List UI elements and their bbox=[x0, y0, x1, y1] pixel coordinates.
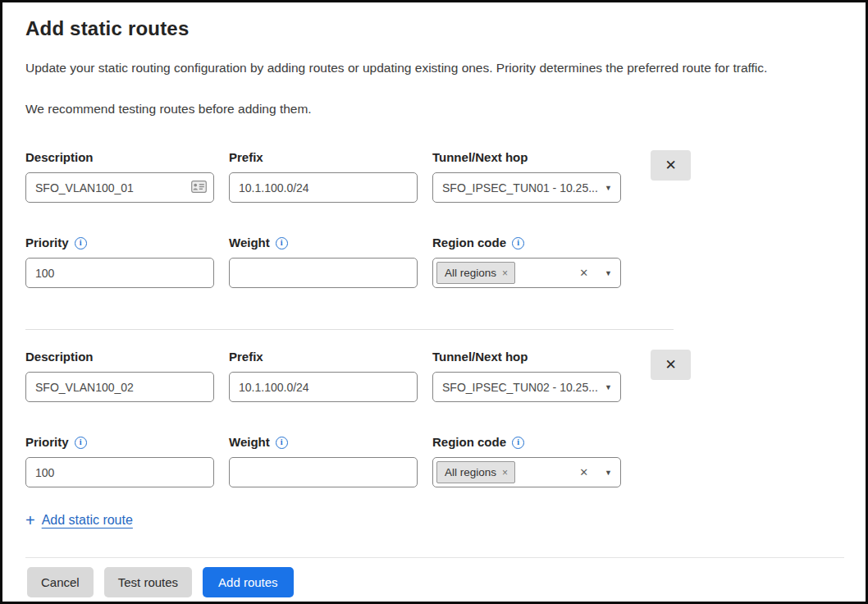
weight-input[interactable] bbox=[229, 258, 418, 288]
info-icon[interactable]: i bbox=[276, 437, 288, 449]
add-routes-button[interactable]: Add routes bbox=[203, 567, 294, 597]
chevron-down-icon: ▼ bbox=[605, 469, 612, 477]
region-chip-label: All regions bbox=[445, 466, 496, 478]
priority-field-group: Priority i bbox=[25, 435, 214, 487]
priority-field-group: Priority i bbox=[25, 236, 214, 288]
dialog-intro-text: Update your static routing configuration… bbox=[25, 60, 844, 76]
prefix-field-group: Prefix bbox=[229, 350, 418, 402]
region-code-label: Region code bbox=[432, 236, 506, 250]
close-icon: ✕ bbox=[665, 157, 676, 174]
description-field-group: Description bbox=[25, 150, 214, 203]
tunnel-label: Tunnel/Next hop bbox=[432, 350, 621, 364]
tunnel-selected-value: SFO_IPSEC_TUN02 - 10.25... bbox=[442, 381, 598, 394]
info-icon[interactable]: i bbox=[75, 237, 87, 249]
route-row-1: Description bbox=[25, 150, 844, 288]
region-code-label: Region code bbox=[432, 435, 506, 450]
tunnel-select[interactable]: SFO_IPSEC_TUN01 - 10.25... ▼ bbox=[432, 172, 621, 203]
info-icon[interactable]: i bbox=[75, 437, 87, 449]
route-divider bbox=[25, 329, 674, 330]
tunnel-label: Tunnel/Next hop bbox=[432, 150, 621, 165]
footer-actions: Cancel Test routes Add routes bbox=[27, 567, 866, 597]
description-field-group: Description bbox=[25, 350, 214, 402]
prefix-input[interactable] bbox=[229, 172, 418, 203]
tunnel-selected-value: SFO_IPSEC_TUN01 - 10.25... bbox=[442, 181, 598, 194]
footer-divider bbox=[25, 557, 844, 558]
tunnel-select[interactable]: SFO_IPSEC_TUN02 - 10.25... ▼ bbox=[432, 372, 621, 402]
remove-route-button[interactable]: ✕ bbox=[651, 350, 691, 380]
info-icon[interactable]: i bbox=[512, 437, 524, 449]
remove-route-button[interactable]: ✕ bbox=[651, 150, 691, 181]
dialog-note-text: We recommend testing routes before addin… bbox=[25, 101, 844, 117]
info-icon[interactable]: i bbox=[276, 237, 288, 249]
region-field-group: Region code i All regions × ✕ ▼ bbox=[432, 236, 621, 288]
priority-input[interactable] bbox=[25, 258, 214, 288]
add-static-route-link[interactable]: Add static route bbox=[42, 513, 133, 528]
prefix-label: Prefix bbox=[229, 350, 418, 364]
prefix-label: Prefix bbox=[229, 150, 418, 165]
priority-label: Priority bbox=[25, 236, 69, 250]
weight-input[interactable] bbox=[229, 457, 418, 487]
route-row-2: Description Prefix Tunnel/Next hop SFO_I… bbox=[25, 350, 844, 487]
weight-label: Weight bbox=[229, 236, 270, 250]
priority-label: Priority bbox=[25, 435, 69, 450]
chevron-down-icon: ▼ bbox=[605, 184, 612, 192]
prefix-input[interactable] bbox=[229, 372, 418, 402]
test-routes-button[interactable]: Test routes bbox=[104, 567, 192, 597]
region-chip-label: All regions bbox=[445, 267, 496, 279]
close-icon: ✕ bbox=[665, 356, 676, 373]
region-chip: All regions × bbox=[436, 262, 515, 284]
region-chip: All regions × bbox=[436, 461, 515, 483]
weight-label: Weight bbox=[229, 435, 270, 450]
weight-field-group: Weight i bbox=[229, 435, 418, 487]
region-multiselect[interactable]: All regions × ✕ ▼ bbox=[432, 258, 621, 288]
region-multiselect[interactable]: All regions × ✕ ▼ bbox=[432, 457, 621, 487]
prefix-field-group: Prefix bbox=[229, 150, 418, 203]
region-field-group: Region code i All regions × ✕ ▼ bbox=[432, 435, 621, 487]
tunnel-field-group: Tunnel/Next hop SFO_IPSEC_TUN01 - 10.25.… bbox=[432, 150, 621, 203]
clear-selection-icon[interactable]: ✕ bbox=[579, 466, 588, 478]
chip-remove-icon[interactable]: × bbox=[502, 468, 508, 478]
description-input[interactable] bbox=[25, 372, 214, 402]
plus-icon: + bbox=[25, 513, 35, 528]
info-icon[interactable]: i bbox=[512, 237, 524, 249]
description-input[interactable] bbox=[25, 172, 214, 203]
weight-field-group: Weight i bbox=[229, 236, 418, 288]
tunnel-field-group: Tunnel/Next hop SFO_IPSEC_TUN02 - 10.25.… bbox=[432, 350, 621, 402]
chevron-down-icon: ▼ bbox=[605, 383, 612, 391]
description-label: Description bbox=[25, 150, 214, 165]
priority-input[interactable] bbox=[25, 457, 214, 487]
add-static-routes-dialog: Add static routes Update your static rou… bbox=[0, 0, 868, 604]
cancel-button[interactable]: Cancel bbox=[27, 567, 94, 597]
clear-selection-icon[interactable]: ✕ bbox=[579, 267, 588, 279]
page-title: Add static routes bbox=[25, 16, 844, 42]
description-label: Description bbox=[25, 350, 214, 364]
chevron-down-icon: ▼ bbox=[605, 269, 612, 277]
chip-remove-icon[interactable]: × bbox=[502, 268, 508, 278]
